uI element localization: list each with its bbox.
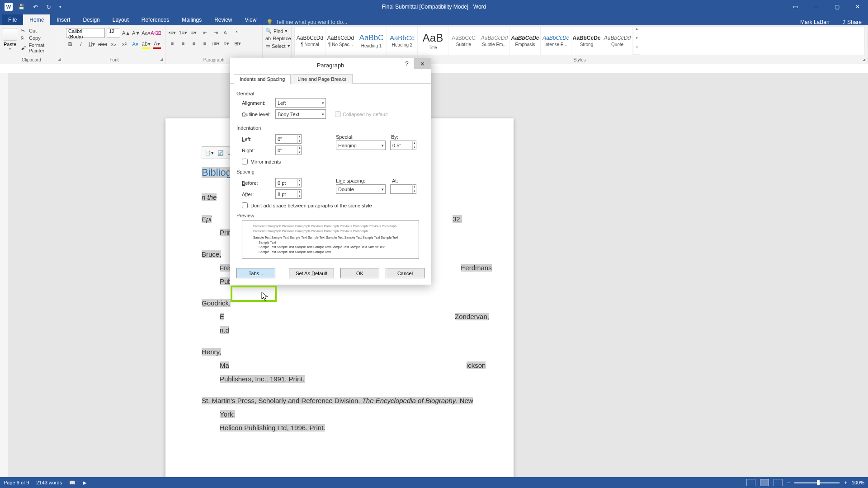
undo-icon[interactable]: ↶ bbox=[33, 4, 38, 10]
font-color-icon[interactable]: A▾ bbox=[153, 40, 161, 49]
cancel-button[interactable]: Cancel bbox=[386, 268, 425, 278]
before-spinner[interactable]: 0 pt bbox=[275, 178, 302, 188]
line-spacing-icon[interactable]: ↕≡▾ bbox=[212, 39, 220, 48]
shading-icon[interactable]: ◊▾ bbox=[222, 39, 231, 48]
numbering-icon[interactable]: 1≡▾ bbox=[179, 28, 187, 37]
tab-layout[interactable]: Layout bbox=[106, 14, 135, 25]
clipboard-launcher-icon[interactable]: ◢ bbox=[57, 57, 62, 63]
styles-launcher-icon[interactable]: ◢ bbox=[861, 57, 867, 63]
dialog-help-icon[interactable]: ? bbox=[400, 58, 414, 69]
styles-up-icon[interactable]: ▲ bbox=[633, 27, 640, 36]
tab-mailings[interactable]: Mailings bbox=[175, 14, 208, 25]
word-count[interactable]: 2143 words bbox=[36, 480, 62, 485]
decrease-indent-icon[interactable]: ⇤ bbox=[201, 28, 209, 37]
justify-icon[interactable]: ≡ bbox=[201, 39, 209, 48]
qat-customize-icon[interactable]: ▾ bbox=[59, 5, 61, 9]
after-spinner[interactable]: 8 pt bbox=[275, 189, 302, 199]
page-indicator[interactable]: Page 9 of 9 bbox=[4, 480, 29, 485]
tab-design[interactable]: Design bbox=[76, 14, 106, 25]
superscript-icon[interactable]: x² bbox=[120, 40, 128, 49]
grow-font-icon[interactable]: A▲ bbox=[122, 28, 130, 38]
spell-check-icon[interactable]: 📖 bbox=[69, 480, 75, 486]
bullets-icon[interactable]: •≡▾ bbox=[168, 28, 176, 37]
tab-indents-spacing[interactable]: Indents and Spacing bbox=[234, 74, 291, 84]
style-item[interactable]: AaBbCcHeading 2 bbox=[387, 27, 418, 55]
tell-me-search[interactable]: 💡 Tell me what you want to do... bbox=[266, 19, 347, 25]
align-left-icon[interactable]: ≡ bbox=[168, 39, 176, 48]
zoom-in-icon[interactable]: + bbox=[844, 480, 847, 485]
underline-icon[interactable]: U▾ bbox=[88, 40, 96, 49]
style-item[interactable]: AaBbCcDcIntense E... bbox=[541, 27, 571, 55]
show-marks-icon[interactable]: ¶ bbox=[233, 28, 241, 37]
web-layout-icon[interactable] bbox=[774, 479, 783, 486]
style-item[interactable]: AaBbCcDdSubtle Em... bbox=[479, 27, 510, 55]
clear-format-icon[interactable]: A⌫ bbox=[152, 28, 160, 38]
shrink-font-icon[interactable]: A▼ bbox=[132, 28, 140, 38]
subscript-icon[interactable]: x₂ bbox=[109, 40, 118, 49]
style-item[interactable]: AaBTitle bbox=[418, 27, 448, 55]
highlight-icon[interactable]: ab▾ bbox=[142, 40, 150, 49]
style-item[interactable]: AaBbCcDcEmphasis bbox=[510, 27, 541, 55]
special-combo[interactable]: Hanging bbox=[336, 141, 386, 150]
find-button[interactable]: 🔍Find▾ bbox=[265, 27, 288, 35]
font-launcher-icon[interactable]: ◢ bbox=[159, 57, 164, 63]
style-item[interactable]: AaBbCcDd¶ No Spac... bbox=[326, 27, 356, 55]
line-spacing-combo[interactable]: Double bbox=[336, 184, 386, 194]
copy-button[interactable]: ⎘Copy bbox=[21, 35, 60, 41]
bold-icon[interactable]: B bbox=[66, 40, 74, 49]
ribbon-display-icon[interactable]: ▭ bbox=[785, 0, 806, 14]
select-button[interactable]: ▭Select▾ bbox=[265, 42, 288, 50]
at-spinner[interactable] bbox=[390, 184, 416, 194]
by-spinner[interactable]: 0.5" bbox=[390, 141, 416, 150]
align-right-icon[interactable]: ≡ bbox=[190, 39, 198, 48]
italic-icon[interactable]: I bbox=[77, 40, 85, 49]
zoom-level[interactable]: 100% bbox=[852, 480, 864, 485]
tab-insert[interactable]: Insert bbox=[50, 14, 76, 25]
share-button[interactable]: ⤴ Share bbox=[836, 19, 868, 25]
alignment-combo[interactable]: Left bbox=[275, 98, 326, 108]
tab-review[interactable]: Review bbox=[208, 14, 238, 25]
style-item[interactable]: AaBbCcDdQuote bbox=[602, 27, 633, 55]
redo-icon[interactable]: ↻ bbox=[46, 4, 51, 10]
change-case-icon[interactable]: Aa▾ bbox=[142, 28, 150, 38]
dialog-title-bar[interactable]: Paragraph ? ✕ bbox=[230, 58, 431, 72]
style-item[interactable]: AaBbCcDd¶ Normal bbox=[295, 27, 326, 55]
mirror-indents-checkbox[interactable] bbox=[242, 159, 248, 164]
left-indent-spinner[interactable]: 0" bbox=[275, 134, 302, 144]
style-item[interactable]: AaBbCcCSubtitle bbox=[448, 27, 479, 55]
tab-view[interactable]: View bbox=[239, 14, 263, 25]
format-painter-button[interactable]: 🖌Format Painter bbox=[21, 42, 60, 53]
macro-icon[interactable]: ▶ bbox=[83, 480, 86, 486]
font-size-combo[interactable]: 12 bbox=[107, 28, 120, 38]
tab-file[interactable]: File bbox=[2, 14, 23, 25]
tabs-button[interactable]: Tabs... bbox=[236, 268, 275, 278]
cut-button[interactable]: ✂Cut bbox=[21, 28, 60, 33]
dialog-close-icon[interactable]: ✕ bbox=[414, 58, 431, 69]
style-item[interactable]: AaBbCcDcStrong bbox=[571, 27, 602, 55]
styles-more-icon[interactable]: ▾ bbox=[633, 45, 640, 55]
right-indent-spinner[interactable]: 0" bbox=[275, 145, 302, 155]
tab-home[interactable]: Home bbox=[23, 14, 50, 25]
text-effects-icon[interactable]: A▾ bbox=[131, 40, 139, 49]
dont-add-space-checkbox[interactable] bbox=[242, 202, 248, 208]
replace-button[interactable]: abReplace bbox=[265, 35, 288, 42]
print-layout-icon[interactable] bbox=[760, 479, 769, 486]
maximize-icon[interactable]: ▢ bbox=[826, 0, 847, 14]
save-icon[interactable]: 💾 bbox=[18, 4, 25, 10]
strike-icon[interactable]: abc bbox=[99, 40, 107, 49]
increase-indent-icon[interactable]: ⇥ bbox=[212, 28, 220, 37]
style-item[interactable]: AaBbCHeading 1 bbox=[356, 27, 387, 55]
sort-icon[interactable]: A↓ bbox=[222, 28, 231, 37]
tab-line-breaks[interactable]: Line and Page Breaks bbox=[292, 74, 352, 84]
zoom-out-icon[interactable]: − bbox=[787, 480, 790, 485]
set-default-button[interactable]: Set As Default bbox=[289, 268, 334, 278]
minimize-icon[interactable]: — bbox=[806, 0, 826, 14]
font-name-combo[interactable]: Calibri (Body) bbox=[66, 28, 105, 38]
paste-button[interactable]: Paste ▾ bbox=[3, 26, 17, 53]
close-icon[interactable]: ✕ bbox=[847, 0, 868, 14]
multilevel-icon[interactable]: ≡▾ bbox=[190, 28, 198, 37]
outline-level-combo[interactable]: Body Text bbox=[275, 109, 326, 119]
borders-icon[interactable]: ⊞▾ bbox=[233, 39, 241, 48]
styles-gallery[interactable]: AaBbCcDd¶ NormalAaBbCcDd¶ No Spac...AaBb… bbox=[294, 26, 865, 55]
styles-down-icon[interactable]: ▼ bbox=[633, 36, 640, 46]
